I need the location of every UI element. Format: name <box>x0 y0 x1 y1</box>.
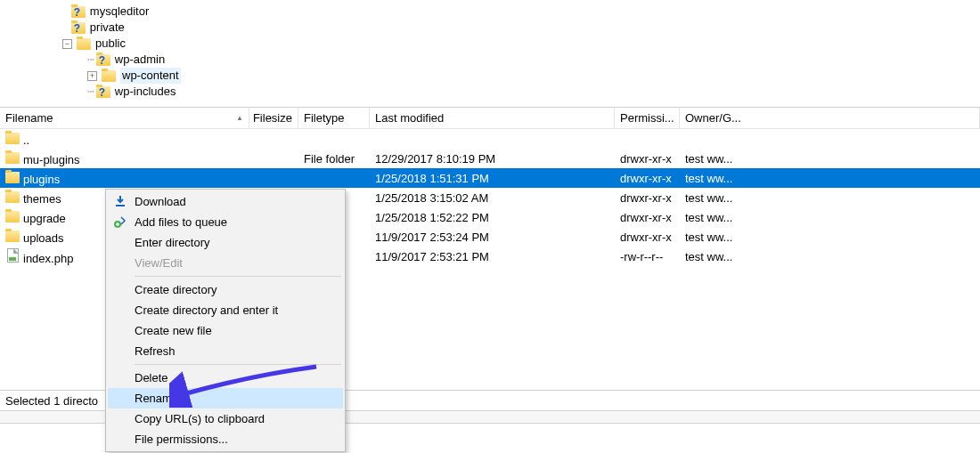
tree-item-label: wp-includes <box>115 84 176 100</box>
folder-unknown-icon <box>71 22 86 34</box>
menu-item-label: Delete <box>135 371 168 384</box>
context-menu[interactable]: DownloadAdd files to queueEnter director… <box>105 189 346 452</box>
file-row[interactable]: .. <box>0 129 980 149</box>
remote-directory-tree[interactable]: ⋯mysqleditor⋯private−public⋯wp-admin+wp-… <box>0 0 980 107</box>
file-name: themes <box>23 192 61 206</box>
col-header-lastmodified[interactable]: Last modified <box>370 108 615 128</box>
tree-item-label: private <box>90 20 125 36</box>
menu-item-copy-url-s-to-clipboard[interactable]: Copy URL(s) to clipboard <box>108 409 343 429</box>
tree-item-label: wp-content <box>120 68 181 84</box>
file-row[interactable]: plugins1/25/2018 1:51:31 PMdrwxr-xr-xtes… <box>0 168 980 188</box>
file-name: plugins <box>23 173 60 186</box>
menu-item-label: Create new file <box>135 324 212 337</box>
folder-icon <box>5 211 20 222</box>
tree-item[interactable]: ⋯private <box>62 20 980 36</box>
menu-item-label: Add files to queue <box>135 215 227 229</box>
svg-rect-0 <box>116 205 125 206</box>
menu-item-label: Create directory <box>135 283 216 296</box>
tree-item-label: wp-admin <box>115 52 165 68</box>
folder-icon <box>77 38 91 50</box>
folder-icon <box>5 133 20 144</box>
add-icon <box>113 214 127 229</box>
menu-item-label: Download <box>135 195 186 208</box>
status-text: Selected 1 directo <box>5 394 98 408</box>
folder-unknown-icon <box>71 6 86 18</box>
col-header-filename[interactable]: Filename ▲ <box>0 108 249 128</box>
expand-icon[interactable]: + <box>87 71 97 81</box>
menu-item-file-permissions[interactable]: File permissions... <box>108 429 343 449</box>
folder-icon <box>102 70 116 82</box>
tree-item[interactable]: ⋯wp-includes <box>87 84 980 100</box>
col-header-owner[interactable]: Owner/G... <box>680 108 980 128</box>
folder-unknown-icon <box>96 86 110 98</box>
menu-item-label: Create directory and enter it <box>135 303 278 317</box>
menu-separator <box>135 276 341 277</box>
menu-item-add-files-to-queue[interactable]: Add files to queue <box>108 212 343 232</box>
file-name: .. <box>23 133 29 147</box>
tree-item-label: public <box>95 36 126 52</box>
menu-item-create-directory[interactable]: Create directory <box>108 279 343 300</box>
menu-separator <box>135 364 341 365</box>
file-name: upgrade <box>23 212 66 225</box>
tree-item-label: mysqleditor <box>90 4 149 20</box>
file-name: index.php <box>23 252 73 265</box>
col-header-filesize[interactable]: Filesize <box>249 108 298 128</box>
collapse-icon[interactable]: − <box>62 39 72 49</box>
menu-item-label: Enter directory <box>135 236 210 249</box>
file-row[interactable]: mu-pluginsFile folder12/29/2017 8:10:19 … <box>0 149 980 168</box>
menu-item-label: File permissions... <box>135 433 228 446</box>
menu-item-label: Refresh <box>135 344 176 358</box>
menu-item-label: Rename <box>135 392 178 405</box>
menu-item-view-edit: View/Edit <box>108 253 343 273</box>
menu-item-download[interactable]: Download <box>108 191 343 212</box>
menu-item-delete[interactable]: Delete <box>108 368 343 388</box>
tree-item[interactable]: +wp-content <box>87 68 980 84</box>
menu-item-create-new-file[interactable]: Create new file <box>108 320 343 341</box>
menu-item-create-directory-and-enter-it[interactable]: Create directory and enter it <box>108 300 343 320</box>
download-icon <box>113 194 127 208</box>
folder-icon <box>5 191 20 203</box>
php-file-icon <box>7 248 19 263</box>
folder-icon <box>5 231 20 242</box>
menu-item-label: View/Edit <box>135 256 183 270</box>
menu-item-label: Copy URL(s) to clipboard <box>135 412 265 425</box>
menu-item-rename[interactable]: Rename <box>108 388 343 409</box>
menu-item-enter-directory[interactable]: Enter directory <box>108 232 343 253</box>
col-header-filetype[interactable]: Filetype <box>298 108 370 128</box>
sort-asc-icon: ▲ <box>236 114 243 122</box>
folder-icon <box>5 152 20 164</box>
menu-item-refresh[interactable]: Refresh <box>108 341 343 361</box>
file-name: mu-plugins <box>23 153 80 166</box>
file-list-header[interactable]: Filename ▲ Filesize Filetype Last modifi… <box>0 108 980 129</box>
folder-icon <box>5 172 20 183</box>
col-header-permissions[interactable]: Permissi... <box>615 108 680 128</box>
file-name: uploads <box>23 231 64 245</box>
tree-item[interactable]: ⋯mysqleditor <box>62 4 980 20</box>
tree-item[interactable]: −public <box>62 36 980 52</box>
folder-unknown-icon <box>96 54 110 66</box>
tree-item[interactable]: ⋯wp-admin <box>87 52 980 68</box>
